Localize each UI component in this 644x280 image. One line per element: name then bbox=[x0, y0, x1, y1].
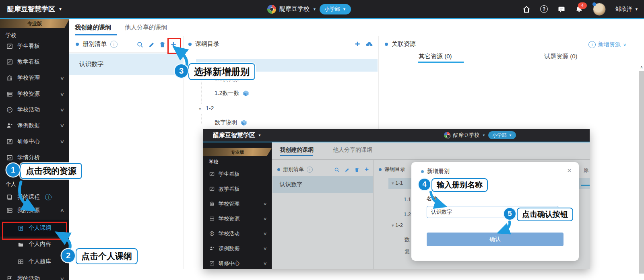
step-badge-4: 4 bbox=[419, 179, 430, 190]
division-selector[interactable]: 小学部 ▼ bbox=[320, 4, 351, 14]
scrollbar-up-arrow[interactable]: ∧ bbox=[639, 64, 644, 70]
tab-label: 他人分享的课纲 bbox=[125, 24, 167, 31]
step-callout-2: 点击个人课纲 bbox=[76, 248, 138, 264]
inner-division-name: 小学部 bbox=[492, 132, 507, 139]
divider bbox=[69, 52, 183, 53]
chevron-down-icon: ∨ bbox=[60, 91, 64, 97]
booklist-item-selected[interactable]: 认识数字 bbox=[69, 54, 183, 75]
step-badge-5: 5 bbox=[504, 208, 516, 220]
sidebar-item-label: 个人内容 bbox=[29, 241, 51, 248]
tree-caret-icon: ▾ bbox=[199, 106, 201, 111]
inner-section-label-school: 学校 bbox=[209, 159, 219, 165]
chevron-down-icon: ∨ bbox=[263, 246, 267, 251]
info-icon[interactable]: i bbox=[45, 194, 52, 200]
edit-pencil-icon[interactable] bbox=[147, 41, 155, 49]
chevron-down-icon: ∨ bbox=[263, 261, 267, 266]
sidebar-item-training-center[interactable]: 研修中心 ∨ bbox=[0, 134, 69, 149]
cloud-upload-icon[interactable] bbox=[365, 40, 374, 48]
stack-icon bbox=[6, 207, 13, 214]
message-icon[interactable] bbox=[557, 5, 566, 13]
panel-dot-icon bbox=[76, 43, 79, 46]
chevron-down-icon: ▼ bbox=[343, 7, 346, 11]
sidebar-item-my-activity[interactable]: 我的活动 ∨ bbox=[0, 271, 69, 280]
sidebar-item-school-activity[interactable]: P 学校活动 ∨ bbox=[0, 102, 69, 117]
step-callout-5: 点击确认按钮 bbox=[517, 208, 573, 221]
person-icon bbox=[209, 246, 215, 251]
chevron-down-icon: ▼ bbox=[635, 7, 638, 11]
panel-title: 关联资源 bbox=[392, 40, 416, 48]
sidebar-item-school-resources[interactable]: 学校资源 ∨ bbox=[0, 86, 69, 102]
inner-sidebar-item: 教学看板 bbox=[203, 181, 272, 196]
tree-node-1-2[interactable]: ▾ 1-2 bbox=[199, 105, 214, 112]
inner-sidebar-item: P 学校活动 ∨ bbox=[203, 226, 272, 241]
sidebar-item-label: 我的活动 bbox=[17, 275, 40, 280]
chevron-down-icon: ∨ bbox=[263, 231, 267, 236]
home-icon[interactable] bbox=[522, 5, 530, 13]
info-icon: i bbox=[588, 41, 596, 48]
delete-trash-icon[interactable] bbox=[158, 41, 166, 49]
booklist-panel-header: 册别清单 i bbox=[76, 40, 118, 48]
search-icon[interactable] bbox=[136, 41, 144, 49]
inner-district-selector: 醍摩豆智慧学区 ▼ bbox=[213, 129, 261, 142]
avatar[interactable] bbox=[593, 3, 606, 16]
plus-icon: + bbox=[365, 165, 369, 173]
inner-sidebar-item: 课例数据 ∨ bbox=[203, 241, 272, 256]
sidebar-item-teaching-board[interactable]: 教学看板 bbox=[0, 54, 69, 70]
inner-sidebar-item-label: 教学看板 bbox=[219, 185, 239, 193]
school-logo-icon bbox=[267, 5, 276, 14]
tab-shared-outlines[interactable]: 他人分享的课纲 bbox=[125, 19, 167, 36]
add-node-button[interactable]: + bbox=[353, 40, 361, 48]
inner-sidebar-item-label: 学校管理 bbox=[219, 200, 239, 208]
user-menu[interactable]: 邹欣洋 ▼ bbox=[615, 6, 638, 13]
chevron-down-icon: ∨ bbox=[60, 107, 64, 113]
flag-icon bbox=[6, 276, 13, 280]
help-icon[interactable]: ? bbox=[540, 5, 548, 13]
svg-text:P: P bbox=[8, 108, 10, 112]
tab-question-resources[interactable]: 试题资源 (0) bbox=[544, 53, 578, 60]
inner-top-bar: 醍摩豆智慧学区 ▼ 醍摩豆学校 ▼ 小学部 ▼ bbox=[203, 129, 590, 142]
tree-node-1-1-2[interactable]: 1.2数一数 bbox=[215, 90, 249, 97]
edition-banner: 专业版 bbox=[0, 19, 69, 28]
chevron-up-icon: ∧ bbox=[60, 208, 64, 213]
step-callout-1: 点击我的资源 bbox=[20, 163, 82, 179]
stack-icon bbox=[6, 91, 13, 97]
svg-text:P: P bbox=[211, 232, 213, 235]
sidebar-item-personal-questions[interactable]: 个人题库 bbox=[0, 254, 69, 269]
inner-confirm-button: 确认 bbox=[427, 233, 564, 246]
tree-node-label: 1.2数一数 bbox=[215, 90, 239, 97]
red-highlight-add-button bbox=[167, 38, 181, 54]
tab-other-resources[interactable]: 其它资源 (0) bbox=[419, 53, 452, 60]
sidebar-item-school-admin[interactable]: 学校管理 ∨ bbox=[0, 70, 69, 86]
outline-panel-header: 课纲目录 bbox=[188, 40, 219, 48]
chevron-down-icon: ▼ bbox=[509, 134, 512, 137]
sidebar-item-my-resources[interactable]: 我的资源 ∧ bbox=[0, 203, 69, 218]
inner-sidebar-item: 学校管理 ∨ bbox=[203, 196, 272, 211]
add-booklet-button: + bbox=[363, 165, 371, 173]
chart-icon bbox=[6, 154, 13, 161]
chevron-down-icon[interactable]: ▼ bbox=[313, 7, 316, 11]
sidebar-item-label: 教学看板 bbox=[17, 58, 40, 66]
add-resource-dropdown[interactable]: i 新增资源 ∨ bbox=[588, 41, 626, 48]
book-icon bbox=[6, 194, 13, 200]
inner-modal-header: 新增册别 bbox=[421, 168, 450, 175]
tab-my-outlines[interactable]: 我创建的课纲 bbox=[75, 19, 111, 36]
notification-bell-icon[interactable]: 4 bbox=[575, 5, 583, 13]
panel-dot-icon bbox=[188, 43, 192, 46]
sidebar-item-label: 学生看板 bbox=[17, 43, 40, 50]
district-selector[interactable]: 醍摩豆智慧学区 ▼ bbox=[7, 0, 62, 18]
step-callout-3: 选择新增册别 bbox=[188, 63, 255, 80]
chevron-down-icon: ∨ bbox=[263, 216, 267, 221]
step-callout-4: 输入册别名称 bbox=[431, 178, 488, 192]
inner-sidebar: 专业版 学校 学生看板 教学看板 学校管理 ∨ 学校资源 ∨ P 学校活动 ∨ … bbox=[203, 142, 272, 269]
sidebar-item-student-board[interactable]: 学生看板 bbox=[0, 39, 69, 54]
inner-sidebar-item: 研修中心 ∨ bbox=[203, 256, 272, 269]
inner-sidebar-item-label: 研修中心 bbox=[219, 260, 239, 267]
sidebar-item-lesson-data[interactable]: 课例数据 ∨ bbox=[0, 118, 69, 133]
tree-node-digit-note[interactable]: 数字说明 bbox=[215, 119, 247, 126]
school-name[interactable]: 醍摩豆学校 bbox=[279, 5, 310, 13]
info-icon[interactable]: i bbox=[110, 41, 118, 48]
red-highlight-personal-outline bbox=[2, 222, 67, 240]
tab-label: 其它资源 (0) bbox=[419, 53, 452, 60]
scrollbar-thumb[interactable] bbox=[639, 71, 644, 274]
school-selector-group: 醍摩豆学校 ▼ 小学部 ▼ bbox=[267, 0, 351, 18]
